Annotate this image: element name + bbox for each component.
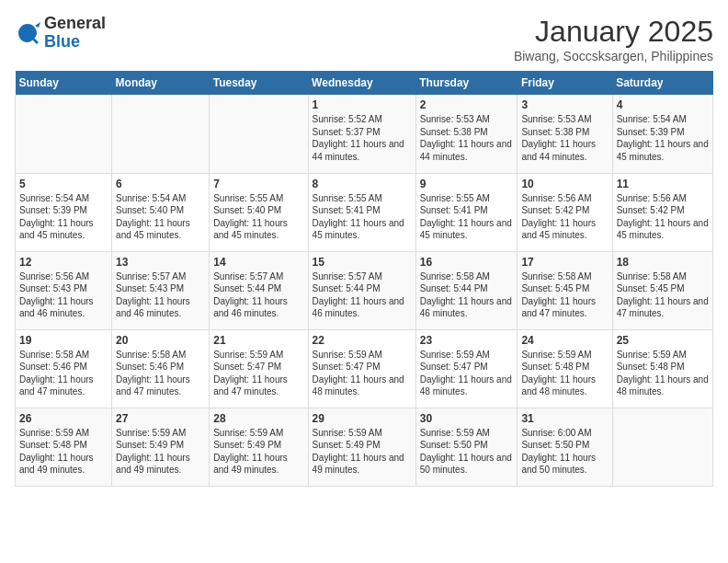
day-number: 12 [19,256,108,269]
calendar-cell: 4Sunrise: 5:54 AM Sunset: 5:39 PM Daylig… [612,95,712,173]
calendar-cell: 10Sunrise: 5:56 AM Sunset: 5:42 PM Dayli… [518,173,612,251]
logo-icon [15,20,40,46]
day-content: Sunrise: 5:53 AM Sunset: 5:38 PM Dayligh… [420,113,514,163]
day-content: Sunrise: 5:58 AM Sunset: 5:46 PM Dayligh… [19,349,108,398]
day-content: Sunrise: 5:56 AM Sunset: 5:42 PM Dayligh… [521,192,608,242]
calendar-cell: 29Sunrise: 5:59 AM Sunset: 5:49 PM Dayli… [308,408,415,486]
day-content: Sunrise: 5:59 AM Sunset: 5:48 PM Dayligh… [617,349,709,398]
day-content: Sunrise: 5:56 AM Sunset: 5:42 PM Dayligh… [617,192,709,242]
day-number: 2 [420,98,514,111]
calendar-cell: 9Sunrise: 5:55 AM Sunset: 5:41 PM Daylig… [415,173,518,251]
calendar-cell: 22Sunrise: 5:59 AM Sunset: 5:47 PM Dayli… [308,329,415,408]
header-day-sunday: Sunday [16,71,112,95]
day-number: 30 [420,412,514,425]
day-number: 16 [420,256,514,269]
day-number: 13 [116,256,205,269]
header-day-wednesday: Wednesday [308,71,415,95]
day-number: 6 [116,178,205,190]
calendar-cell: 6Sunrise: 5:54 AM Sunset: 5:40 PM Daylig… [112,173,210,251]
header-row: SundayMondayTuesdayWednesdayThursdayFrid… [16,71,713,95]
calendar-cell: 31Sunrise: 6:00 AM Sunset: 5:50 PM Dayli… [518,408,612,486]
calendar-cell: 28Sunrise: 5:59 AM Sunset: 5:49 PM Dayli… [210,408,308,486]
logo-general-text: General [44,14,106,32]
calendar-body: 1Sunrise: 5:52 AM Sunset: 5:37 PM Daylig… [16,95,713,486]
header-day-thursday: Thursday [415,71,518,95]
day-content: Sunrise: 5:55 AM Sunset: 5:40 PM Dayligh… [213,192,303,242]
calendar-cell: 20Sunrise: 5:58 AM Sunset: 5:46 PM Dayli… [112,329,210,408]
day-content: Sunrise: 5:55 AM Sunset: 5:41 PM Dayligh… [420,192,514,242]
calendar-cell: 26Sunrise: 5:59 AM Sunset: 5:48 PM Dayli… [16,408,112,486]
calendar-cell: 24Sunrise: 5:59 AM Sunset: 5:48 PM Dayli… [518,329,612,408]
day-number: 28 [213,412,303,425]
calendar-cell: 19Sunrise: 5:58 AM Sunset: 5:46 PM Dayli… [16,329,112,408]
calendar-cell [612,408,712,486]
calendar-cell: 27Sunrise: 5:59 AM Sunset: 5:49 PM Dayli… [112,408,210,486]
day-number: 5 [19,178,108,190]
calendar-cell: 3Sunrise: 5:53 AM Sunset: 5:38 PM Daylig… [518,95,612,173]
calendar-header: SundayMondayTuesdayWednesdayThursdayFrid… [16,71,713,95]
calendar-cell: 15Sunrise: 5:57 AM Sunset: 5:44 PM Dayli… [308,251,415,329]
calendar-cell: 21Sunrise: 5:59 AM Sunset: 5:47 PM Dayli… [210,329,308,408]
calendar-subtitle: Biwang, Soccsksargen, Philippines [514,49,713,63]
day-content: Sunrise: 6:00 AM Sunset: 5:50 PM Dayligh… [521,427,608,477]
day-number: 17 [521,256,608,269]
calendar-cell: 16Sunrise: 5:58 AM Sunset: 5:44 PM Dayli… [415,251,518,329]
day-content: Sunrise: 5:53 AM Sunset: 5:38 PM Dayligh… [521,113,608,163]
day-number: 25 [617,334,709,347]
calendar-cell: 13Sunrise: 5:57 AM Sunset: 5:43 PM Dayli… [112,251,210,329]
logo: General Blue [15,15,106,52]
logo-blue-text: Blue [44,32,80,51]
calendar-cell: 23Sunrise: 5:59 AM Sunset: 5:47 PM Dayli… [415,329,518,408]
day-content: Sunrise: 5:52 AM Sunset: 5:37 PM Dayligh… [313,113,412,163]
week-row-4: 26Sunrise: 5:59 AM Sunset: 5:48 PM Dayli… [16,408,713,486]
day-number: 20 [116,334,205,347]
page-header: General Blue January 2025 Biwang, Soccsk… [15,15,713,63]
day-content: Sunrise: 5:59 AM Sunset: 5:50 PM Dayligh… [420,427,514,477]
day-number: 15 [313,256,412,269]
day-number: 31 [521,412,608,425]
header-day-friday: Friday [518,71,612,95]
day-content: Sunrise: 5:57 AM Sunset: 5:44 PM Dayligh… [313,270,412,320]
day-content: Sunrise: 5:59 AM Sunset: 5:49 PM Dayligh… [116,427,205,477]
day-content: Sunrise: 5:54 AM Sunset: 5:39 PM Dayligh… [617,113,709,163]
calendar-cell: 1Sunrise: 5:52 AM Sunset: 5:37 PM Daylig… [308,95,415,173]
calendar-cell: 8Sunrise: 5:55 AM Sunset: 5:41 PM Daylig… [308,173,415,251]
day-content: Sunrise: 5:57 AM Sunset: 5:44 PM Dayligh… [213,270,303,320]
day-number: 26 [19,412,108,425]
day-number: 10 [521,178,608,190]
day-content: Sunrise: 5:59 AM Sunset: 5:49 PM Dayligh… [213,427,303,477]
header-day-tuesday: Tuesday [210,71,308,95]
calendar-cell: 14Sunrise: 5:57 AM Sunset: 5:44 PM Dayli… [210,251,308,329]
day-content: Sunrise: 5:56 AM Sunset: 5:43 PM Dayligh… [19,270,108,320]
calendar-cell [16,95,112,173]
week-row-1: 5Sunrise: 5:54 AM Sunset: 5:39 PM Daylig… [16,173,713,251]
calendar-cell: 17Sunrise: 5:58 AM Sunset: 5:45 PM Dayli… [518,251,612,329]
day-content: Sunrise: 5:59 AM Sunset: 5:48 PM Dayligh… [19,427,108,477]
day-number: 29 [313,412,412,425]
calendar-cell: 11Sunrise: 5:56 AM Sunset: 5:42 PM Dayli… [612,173,712,251]
day-number: 24 [521,334,608,347]
day-number: 11 [617,178,709,190]
title-block: January 2025 Biwang, Soccsksargen, Phili… [514,15,713,63]
day-number: 7 [213,178,303,190]
header-day-monday: Monday [112,71,210,95]
calendar-cell: 30Sunrise: 5:59 AM Sunset: 5:50 PM Dayli… [415,408,518,486]
day-content: Sunrise: 5:59 AM Sunset: 5:48 PM Dayligh… [521,349,608,398]
day-content: Sunrise: 5:59 AM Sunset: 5:47 PM Dayligh… [313,349,412,398]
day-content: Sunrise: 5:59 AM Sunset: 5:47 PM Dayligh… [420,349,514,398]
day-number: 4 [617,98,709,111]
day-number: 19 [19,334,108,347]
day-content: Sunrise: 5:58 AM Sunset: 5:44 PM Dayligh… [420,270,514,320]
calendar-cell [210,95,308,173]
calendar-cell: 5Sunrise: 5:54 AM Sunset: 5:39 PM Daylig… [16,173,112,251]
calendar-cell [112,95,210,173]
calendar-cell: 18Sunrise: 5:58 AM Sunset: 5:45 PM Dayli… [612,251,712,329]
day-number: 8 [313,178,412,190]
day-number: 9 [420,178,514,190]
day-content: Sunrise: 5:58 AM Sunset: 5:46 PM Dayligh… [116,349,205,398]
day-number: 22 [313,334,412,347]
calendar-title: January 2025 [514,15,713,49]
calendar-cell: 2Sunrise: 5:53 AM Sunset: 5:38 PM Daylig… [415,95,518,173]
day-content: Sunrise: 5:54 AM Sunset: 5:39 PM Dayligh… [19,192,108,242]
day-content: Sunrise: 5:58 AM Sunset: 5:45 PM Dayligh… [617,270,709,320]
